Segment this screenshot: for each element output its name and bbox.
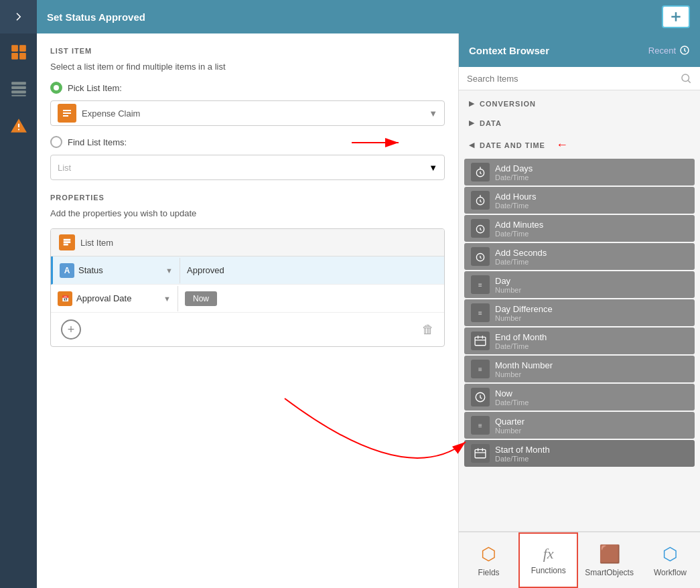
start-of-month-icon	[471, 444, 490, 463]
find-list-items-radio[interactable]	[50, 136, 62, 148]
list-icon	[62, 108, 72, 119]
day-name: Day	[495, 276, 688, 286]
now-button[interactable]: Now	[185, 291, 217, 306]
list-item-section-desc: Select a list item or find multiple item…	[50, 62, 445, 72]
sidebar-item-grid[interactable]	[0, 33, 37, 70]
tab-fields[interactable]: ⬡ Fields	[459, 532, 518, 588]
add-seconds-text: Add Seconds Date/Time	[495, 248, 688, 266]
cb-item-add-hours[interactable]: Add Hours Date/Time	[464, 187, 695, 214]
day-text: Day Number	[495, 276, 688, 294]
cb-item-day[interactable]: ≡ Day Number	[464, 271, 695, 298]
clock-plus-icon	[474, 166, 486, 178]
sidebar-item-table[interactable]	[0, 70, 37, 107]
now-text: Now Date/Time	[495, 388, 688, 407]
cb-item-day-difference[interactable]: ≡ Day Difference Number	[464, 299, 695, 326]
day-diff-name: Day Difference	[495, 304, 688, 314]
svg-rect-5	[11, 86, 26, 88]
start-of-month-text: Start of Month Date/Time	[495, 445, 688, 463]
now-name: Now	[495, 388, 688, 398]
add-button[interactable]	[662, 5, 690, 28]
tab-functions[interactable]: fx Functions	[518, 532, 578, 588]
cb-item-add-days[interactable]: Add Days Date/Time	[464, 159, 695, 186]
svg-rect-2	[11, 53, 18, 60]
top-header: Set Status Approved	[37, 0, 700, 33]
add-hours-text: Add Hours Date/Time	[495, 192, 688, 210]
status-value[interactable]: Approved	[180, 261, 444, 279]
svg-rect-3	[19, 53, 26, 60]
left-sidebar	[0, 0, 37, 588]
pick-list-item-radio-group: Pick List Item:	[50, 82, 445, 94]
date-time-arrow-icon: ◀	[469, 141, 474, 149]
add-seconds-name: Add Seconds	[495, 248, 688, 258]
properties-box: List Item A Status ▼ Approved	[50, 228, 445, 347]
cb-item-add-seconds[interactable]: Add Seconds Date/Time	[464, 243, 695, 270]
cb-item-month-number[interactable]: ≡ Month Number Number	[464, 356, 695, 382]
delete-property-button[interactable]: 🗑	[422, 323, 434, 337]
svg-rect-1	[19, 45, 26, 52]
cb-item-quarter[interactable]: ≡ Quarter Number	[464, 412, 695, 439]
cb-item-start-of-month[interactable]: Start of Month Date/Time	[464, 440, 695, 467]
search-input[interactable]	[467, 74, 680, 84]
approval-date-key-icon: 📅	[58, 291, 72, 306]
left-panel: LIST ITEM Select a list item or find mul…	[37, 33, 459, 588]
status-key[interactable]: A Status ▼	[53, 258, 180, 283]
quarter-icon: ≡	[471, 416, 490, 435]
recent-label: Recent	[648, 46, 676, 56]
expense-claim-icon	[58, 104, 76, 123]
fields-tab-label: Fields	[478, 568, 500, 577]
date-time-label: DATE AND TIME	[480, 141, 545, 149]
add-minutes-type: Date/Time	[495, 230, 688, 238]
expense-claim-label: Expense Claim	[82, 108, 429, 119]
svg-rect-7	[11, 94, 26, 96]
svg-rect-0	[11, 45, 18, 52]
tab-workflow[interactable]: ⬡ Workflow	[640, 532, 700, 588]
status-key-name: Status	[78, 265, 103, 275]
approval-date-value: Now	[178, 287, 444, 310]
pick-list-item-radio[interactable]	[50, 82, 62, 94]
add-days-type: Date/Time	[495, 173, 688, 181]
month-number-text: Month Number Number	[495, 360, 688, 378]
cb-recent[interactable]: Recent	[648, 45, 690, 56]
add-property-button[interactable]: +	[61, 319, 81, 340]
properties-header-icon	[59, 234, 75, 250]
data-arrow-icon: ▶	[469, 119, 474, 127]
svg-rect-18	[475, 337, 486, 345]
sidebar-item-warning[interactable]	[0, 107, 37, 144]
add-days-icon	[471, 163, 490, 181]
functions-icon: fx	[543, 545, 554, 563]
tab-smartobjects[interactable]: 🟫 SmartObjects	[578, 532, 640, 588]
category-date-and-time[interactable]: ◀ DATE AND TIME ←	[459, 133, 700, 157]
cb-item-end-of-month[interactable]: End of Month Date/Time	[464, 327, 695, 354]
properties-footer: + 🗑	[51, 313, 444, 346]
day-icon: ≡	[471, 275, 490, 294]
warning-icon	[10, 117, 27, 135]
recent-icon	[679, 45, 690, 56]
cb-tabs: ⬡ Fields fx Functions 🟫 SmartObjects ⬡ W…	[459, 531, 700, 588]
conversion-label: CONVERSION	[480, 100, 536, 108]
cal-icon	[474, 335, 486, 347]
properties-section-desc: Add the properties you wish to update	[50, 208, 445, 218]
list-dropdown[interactable]: List ▼	[50, 155, 445, 180]
day-type: Number	[495, 286, 688, 294]
category-data[interactable]: ▶ DATA	[459, 113, 700, 133]
svg-rect-4	[11, 82, 26, 84]
clock-now-icon	[474, 391, 486, 403]
expense-claim-chevron: ▼	[429, 108, 437, 119]
clock-min-icon	[474, 222, 486, 234]
sidebar-toggle[interactable]	[0, 0, 37, 33]
properties-header: List Item	[51, 229, 444, 256]
approval-date-key[interactable]: 📅 Approval Date ▼	[51, 286, 178, 311]
main-content: Set Status Approved LIST ITEM Select a l…	[37, 0, 700, 588]
expense-claim-dropdown[interactable]: Expense Claim ▼	[50, 100, 445, 126]
cb-item-now[interactable]: Now Date/Time	[464, 384, 695, 411]
category-conversion[interactable]: ▶ CONVERSION	[459, 94, 700, 113]
status-chevron: ▼	[165, 267, 173, 275]
add-minutes-text: Add Minutes Date/Time	[495, 220, 688, 238]
cb-item-add-minutes[interactable]: Add Minutes Date/Time	[464, 215, 695, 242]
add-hours-type: Date/Time	[495, 202, 688, 210]
list-header-icon	[62, 238, 72, 247]
smartobjects-icon: 🟫	[599, 544, 620, 565]
content-wrapper: LIST ITEM Select a list item or find mul…	[37, 33, 700, 588]
now-type: Date/Time	[495, 398, 688, 407]
status-property-row: A Status ▼ Approved	[51, 256, 444, 285]
